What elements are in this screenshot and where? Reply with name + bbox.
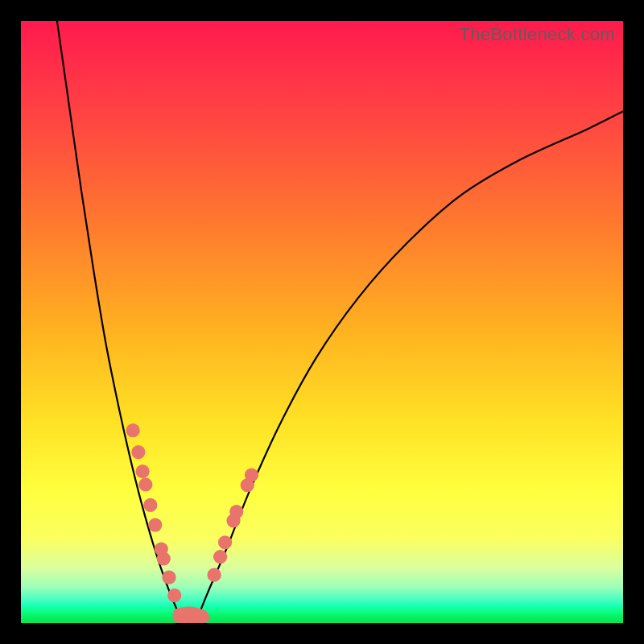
data-point (208, 568, 221, 582)
data-point (148, 518, 162, 531)
left-branch-curve (57, 21, 184, 623)
data-point (167, 588, 181, 602)
data-point (229, 505, 243, 518)
data-point (136, 464, 150, 478)
data-point (126, 423, 140, 437)
data-point (138, 477, 152, 491)
data-point (218, 535, 232, 549)
data-point (157, 551, 171, 565)
data-point (162, 571, 175, 584)
chart-frame: TheBottleneck.com (0, 0, 644, 644)
valley-region (172, 606, 209, 623)
data-points-group (126, 423, 259, 602)
data-point (143, 498, 157, 512)
plot-area: TheBottleneck.com (21, 21, 623, 623)
data-point (131, 445, 145, 459)
data-point (213, 550, 227, 564)
data-point (245, 468, 258, 481)
chart-svg (21, 21, 623, 623)
right-branch-curve (196, 111, 623, 623)
